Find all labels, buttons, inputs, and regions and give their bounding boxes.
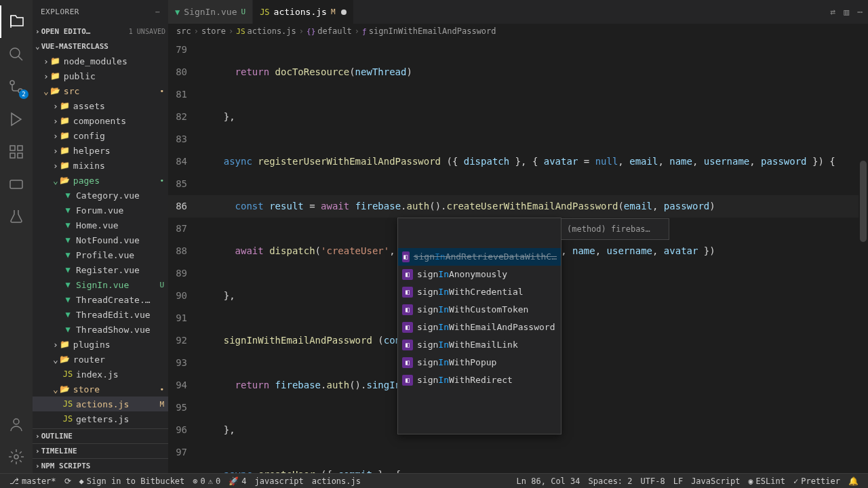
autocomplete-item[interactable]: ◧signInAndRetrieveDataWithC… <box>398 248 561 266</box>
activity-explorer-icon[interactable] <box>0 5 33 38</box>
autocomplete-detail: (method) firebas… <box>561 218 669 240</box>
status-branch[interactable]: ⎇master* <box>5 476 60 486</box>
status-spaces[interactable]: Spaces: 2 <box>585 476 637 486</box>
file-router-index[interactable]: JSindex.js <box>33 367 168 382</box>
line-gutter: 79 80 81 82 83 84 85 86 87 88 89 90 91 9… <box>168 39 201 473</box>
vue-icon: ▼ <box>175 7 180 17</box>
status-eol[interactable]: LF <box>669 476 687 486</box>
autocomplete-item[interactable]: ◧signInAnonymously <box>398 266 561 283</box>
svg-point-0 <box>10 48 20 58</box>
activity-scm-icon[interactable]: 2 <box>0 70 33 103</box>
split-editor-icon[interactable]: ▥ <box>844 7 849 17</box>
method-icon: ◧ <box>402 304 413 315</box>
editor-area: ▼ SignIn.vue U JS actions.js M ⇄ ▥ ⋯ src… <box>168 0 868 473</box>
file-threadshow[interactable]: ▼ThreadShow.vue <box>33 322 168 337</box>
npm-scripts-section[interactable]: ›NPM SCRIPTS <box>33 458 168 473</box>
activity-remote-icon[interactable] <box>0 168 33 201</box>
file-notfound[interactable]: ▼NotFound.vue <box>33 232 168 247</box>
folder-helpers[interactable]: ›📁helpers <box>33 143 168 158</box>
explorer-more-icon[interactable]: ⋯ <box>155 7 160 16</box>
explorer-header: EXPLORER ⋯ <box>33 0 168 24</box>
activity-account-icon[interactable] <box>0 408 33 441</box>
autocomplete-item[interactable]: ◧signInWithCustomToken <box>398 301 561 319</box>
rocket-icon: 🚀 <box>229 476 239 486</box>
timeline-section[interactable]: ›TIMELINE <box>33 443 168 458</box>
folder-pages[interactable]: ⌄📂pages• <box>33 173 168 188</box>
status-rocket[interactable]: 🚀4 <box>224 476 250 486</box>
method-icon: ◧ <box>402 375 413 386</box>
git-branch-icon: ⎇ <box>9 476 19 486</box>
sync-icon: ⟳ <box>64 476 71 486</box>
folder-router[interactable]: ⌄📂router <box>33 352 168 367</box>
method-icon: ◧ <box>402 287 413 298</box>
activity-test-icon[interactable] <box>0 201 33 233</box>
status-language-mode[interactable]: javascript <box>250 476 307 486</box>
tab-signin[interactable]: ▼ SignIn.vue U <box>168 0 253 24</box>
file-threadedit[interactable]: ▼ThreadEdit.vue <box>33 307 168 322</box>
folder-node-modules[interactable]: ›📁node_modules <box>33 54 168 68</box>
status-encoding[interactable]: UTF-8 <box>637 476 669 486</box>
breadcrumbs[interactable]: src› store› JSactions.js› {}default› ƒsi… <box>168 24 868 39</box>
tab-actions[interactable]: JS actions.js M <box>253 0 353 24</box>
folder-components[interactable]: ›📁components <box>33 113 168 128</box>
explorer-title: EXPLORER <box>41 7 79 16</box>
activity-settings-icon[interactable] <box>0 441 33 473</box>
status-file[interactable]: actions.js <box>308 476 365 486</box>
folder-store[interactable]: ⌄📂store• <box>33 382 168 396</box>
file-signin[interactable]: ▼SignIn.vueU <box>33 277 168 292</box>
folder-plugins[interactable]: ›📁plugins <box>33 337 168 352</box>
activity-extensions-icon[interactable] <box>0 136 33 168</box>
status-prettier[interactable]: ✓Prettier <box>789 476 844 486</box>
method-icon: ◧ <box>402 269 413 280</box>
code-editor[interactable]: 79 80 81 82 83 84 85 86 87 88 89 90 91 9… <box>168 39 868 473</box>
file-forum[interactable]: ▼Forum.vue <box>33 203 168 218</box>
autocomplete-popup: ◧signInAndRetrieveDataWithC…◧signInAnony… <box>397 218 561 434</box>
activity-search-icon[interactable] <box>0 38 33 70</box>
more-actions-icon[interactable]: ⋯ <box>857 7 863 17</box>
activity-bar: 2 <box>0 0 33 473</box>
status-sync[interactable]: ⟳ <box>60 476 75 486</box>
autocomplete-item[interactable]: ◧signInWithPopup <box>398 354 561 371</box>
file-profile[interactable]: ▼Profile.vue <box>33 247 168 262</box>
status-position[interactable]: Ln 86, Col 34 <box>513 476 585 486</box>
compare-changes-icon[interactable]: ⇄ <box>831 7 836 17</box>
status-notifications[interactable]: 🔔 <box>844 476 863 486</box>
sidebar: EXPLORER ⋯ › OPEN EDITO… 1 UNSAVED ⌄ VUE… <box>33 0 168 473</box>
method-icon: ◧ <box>402 340 413 350</box>
chevron-right-icon: › <box>35 27 40 36</box>
svg-point-9 <box>14 455 18 459</box>
bitbucket-icon: ◆ <box>79 476 84 486</box>
open-editors-section[interactable]: › OPEN EDITO… 1 UNSAVED <box>33 24 168 39</box>
svg-rect-4 <box>18 146 22 150</box>
svg-point-1 <box>10 81 14 85</box>
method-icon: ◧ <box>402 357 413 368</box>
status-eslint[interactable]: ◉ESLint <box>744 476 789 486</box>
status-problems[interactable]: ⊗0 ⚠0 <box>189 476 224 486</box>
autocomplete-item[interactable]: ◧signInWithEmailLink <box>398 336 561 354</box>
file-threadcreate[interactable]: ▼ThreadCreate.… <box>33 292 168 307</box>
autocomplete-item[interactable]: ◧signInWithEmailAndPassword <box>398 319 561 336</box>
outline-section[interactable]: ›OUTLINE <box>33 428 168 443</box>
code-content[interactable]: return docToResource(newThread) }, async… <box>201 39 868 473</box>
folder-mixins[interactable]: ›📁mixins <box>33 158 168 173</box>
js-icon: JS <box>260 7 269 17</box>
status-bar: ⎇master* ⟳ ◆Sign in to Bitbucket ⊗0 ⚠0 🚀… <box>0 473 868 488</box>
activity-debug-icon[interactable] <box>0 103 33 136</box>
status-lang[interactable]: JavaScript <box>687 476 744 486</box>
svg-rect-3 <box>10 146 15 150</box>
status-bitbucket[interactable]: ◆Sign in to Bitbucket <box>75 476 189 486</box>
folder-public[interactable]: ›📁public <box>33 68 168 83</box>
folder-config[interactable]: ›📁config <box>33 128 168 143</box>
file-actions[interactable]: JSactions.jsM <box>33 396 168 411</box>
autocomplete-item[interactable]: ◧signInWithCredential <box>398 283 561 301</box>
folder-src[interactable]: ⌄📂src• <box>33 83 168 98</box>
file-home[interactable]: ▼Home.vue <box>33 218 168 232</box>
file-getters[interactable]: JSgetters.js <box>33 411 168 426</box>
folder-assets[interactable]: ›📁assets <box>33 98 168 113</box>
editor-scrollbar[interactable] <box>859 39 868 473</box>
workspace-section[interactable]: ⌄ VUE-MASTERCLASS <box>33 39 168 54</box>
file-category[interactable]: ▼Category.vue <box>33 188 168 203</box>
file-register[interactable]: ▼Register.vue <box>33 262 168 277</box>
bell-icon: 🔔 <box>848 476 859 486</box>
autocomplete-item[interactable]: ◧signInWithRedirect <box>398 371 561 389</box>
